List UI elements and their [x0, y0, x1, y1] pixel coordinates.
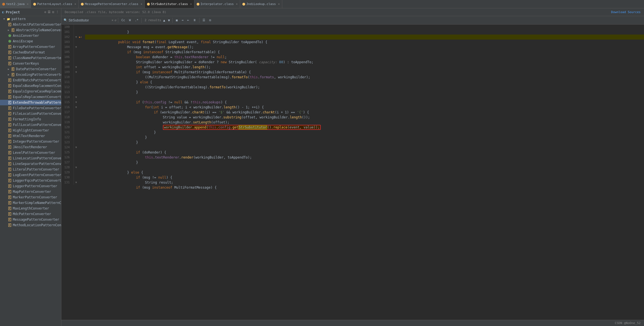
search-bar: 🔍 ✕ ↺ Cc W .* 2 results ▲ ▼ ▣ ⇥ ⇤ ⏸ ☰ ⊟: [61, 16, 644, 25]
tab-close-strsubstitutor[interactable]: ×: [190, 3, 192, 6]
tab-close-test2java[interactable]: ×: [27, 3, 28, 6]
code-line-101: [85, 30, 644, 35]
class-icon4: C: [8, 50, 12, 54]
code-lines: } public void format(final LogEvent even…: [83, 25, 644, 185]
search-all-in-file-button[interactable]: ▣: [174, 18, 179, 23]
tab-strsubstitutor[interactable]: StrSubstitutor.class ×: [145, 0, 194, 8]
class-icon3: C: [8, 45, 12, 49]
class-icon15: C: [8, 112, 12, 116]
sidebar-item-loggerfqcn[interactable]: C LoggerFqcnPatternConverter: [0, 178, 61, 183]
sidebar-item-abstractstylenameconverter[interactable]: ▶ C AbstractStyleNameConverter: [0, 27, 61, 33]
sidebar-settings-icon[interactable]: ⚙: [44, 10, 46, 14]
sidebar-item-arraypatternconverter[interactable]: C ArrayPatternConverter: [0, 44, 61, 50]
class-file-icon2: [81, 3, 84, 6]
status-text: CSDN @NoOne_52: [615, 321, 641, 325]
sidebar-item-equalsreplacement[interactable]: C EqualsReplacementConverter: [0, 94, 61, 100]
search-separator3: [172, 18, 173, 23]
sidebar-item-abstractpatternconverter[interactable]: C AbstractPatternConverter: [0, 22, 61, 27]
tab-interpolator[interactable]: Interpolator.class ×: [194, 0, 240, 8]
fold-gutter: ▼ ▼ ▼ ▼ ▼ ▼ ▼: [74, 25, 78, 185]
tab-close-interpolator[interactable]: ×: [236, 3, 238, 6]
search-cc-button[interactable]: Cc: [120, 18, 126, 23]
search-list-button[interactable]: ☰: [201, 18, 207, 23]
sidebar-item-htmltextrenderer[interactable]: C HtmlTextRenderer: [0, 133, 61, 139]
sidebar-gear-icon[interactable]: ⋮: [56, 10, 59, 14]
search-collapse-button[interactable]: ⇤: [186, 18, 191, 23]
folder-chevron: ▼: [3, 18, 5, 20]
class-icon: C: [8, 23, 12, 26]
class-icon5: C: [8, 56, 12, 60]
sidebar-item-filedatepattern[interactable]: C FileDatePatternConverter: [0, 105, 61, 111]
class-icon27: C: [8, 179, 12, 183]
sidebar-item-markerpattern[interactable]: C MarkerPatternConverter: [0, 194, 61, 200]
search-results-count: 2 results: [144, 18, 161, 22]
download-sources-link[interactable]: Download Sources: [611, 10, 641, 14]
folder-chevron2: ▶: [8, 29, 9, 31]
search-prev-button[interactable]: ▲: [162, 18, 166, 23]
java-file-icon: [2, 3, 5, 6]
tab-messagepatterncoverter[interactable]: MessagePatternConverter.class ×: [79, 0, 145, 8]
tab-close-jndilookup[interactable]: ×: [278, 3, 280, 6]
sidebar-item-mdcpattern[interactable]: C MdcPatternConverter: [0, 211, 61, 217]
code-container: 100 101 102 103 104 105 106 107 108 109 …: [61, 25, 644, 185]
sidebar-item-encodingpatternconverter[interactable]: ▶ C EncodingPatternConverter: [0, 72, 61, 77]
sidebar-item-methodlocation[interactable]: C MethodLocationPatternConvert...: [0, 222, 61, 228]
sidebar-item-literal[interactable]: C LiteralPatternConverter: [0, 167, 61, 172]
search-refresh-button[interactable]: ↺: [115, 18, 117, 22]
sidebar-item-highlight[interactable]: C HighlightConverter: [0, 128, 61, 133]
search-filter-button[interactable]: ⊟: [208, 18, 213, 23]
search-next-button[interactable]: ▼: [167, 18, 171, 23]
sidebar-item-lineseparator[interactable]: C LineSeparatorPatternConverter: [0, 161, 61, 167]
tab-patternlayout[interactable]: PatternLayout.class ×: [31, 0, 79, 8]
tab-close-messagepattern[interactable]: ×: [141, 3, 142, 6]
sidebar-item-messagepatternconverter[interactable]: C MessagePatternConverter: [0, 217, 61, 222]
notice-bar: Decompiled .class file, bytecode version…: [61, 8, 644, 16]
sidebar-layout2-icon[interactable]: ⊟: [52, 10, 54, 14]
tab-close-patternlayout[interactable]: ×: [74, 3, 76, 6]
code-line-128: } else {: [85, 165, 644, 170]
search-clear-button[interactable]: ✕: [112, 18, 114, 22]
sidebar-item-integerpattern[interactable]: C IntegerPatternConverter: [0, 139, 61, 144]
tab-jndilookup[interactable]: JndiLookup.class ×: [240, 0, 282, 8]
sidebar-item-classnamepatternconverter[interactable]: C ClassNamePatternConverter: [0, 55, 61, 61]
sidebar-item-cacheddateformat[interactable]: C CachedDateFormat: [0, 50, 61, 55]
sidebar-item-logevent[interactable]: C LogEventPatternConverter: [0, 172, 61, 178]
sidebar-item-markersimple[interactable]: C MarkerSimpleNamePatternCon...: [0, 200, 61, 206]
sidebar-item-pattern-folder[interactable]: ▼ 📁 pattern: [0, 16, 61, 22]
sidebar-item-loggerpattern[interactable]: C LoggerPatternConverter: [0, 183, 61, 189]
sidebar-item-ansiescape[interactable]: AnsiEscape: [0, 38, 61, 44]
class-icon25: C: [8, 167, 12, 171]
sidebar-item-datepatternconverter[interactable]: ▶ C DatePatternConverter: [0, 66, 61, 72]
sidebar-item-maxlength[interactable]: C MaxLengthConverter: [0, 206, 61, 211]
sidebar-item-levelpattern[interactable]: C LevelPatternConverter: [0, 150, 61, 155]
sidebar-item-mappattern[interactable]: C MapPatternConverter: [0, 189, 61, 194]
code-line-123: [85, 140, 644, 145]
sidebar-item-fulllocation[interactable]: C FullLocationPatternConverter: [0, 122, 61, 128]
sidebar-item-converterkeys[interactable]: C ConverterKeys: [0, 61, 61, 66]
search-expand-button[interactable]: ⇥: [180, 18, 185, 23]
search-separator2: [141, 18, 142, 23]
sidebar-item-equalsignorecase[interactable]: C EqualsIgnoreCaseReplacementC...: [0, 89, 61, 94]
sidebar-item-jansi[interactable]: C JAnsiTextRenderer: [0, 144, 61, 150]
class-icon16: C: [8, 117, 12, 121]
class-icon13: C: [8, 101, 12, 104]
class-icon7: C: [11, 67, 15, 71]
decompiled-notice: Decompiled .class file, bytecode version…: [65, 10, 166, 14]
tab-test2java[interactable]: test2.java ×: [0, 0, 31, 8]
sidebar-item-endofbatchpatternconverter[interactable]: C EndOfBatchPatternConverter: [0, 77, 61, 83]
search-w-button[interactable]: W: [128, 18, 132, 23]
sidebar-item-filelocation[interactable]: C FileLocationPatternConverter: [0, 111, 61, 116]
class-file-icon5: [242, 3, 245, 6]
class-icon8: C: [11, 73, 15, 77]
search-pause-button[interactable]: ⏸: [192, 18, 197, 23]
search-regex-button[interactable]: .*: [133, 18, 140, 23]
sidebar-item-linelocation[interactable]: C LineLocationPatternConverter: [0, 155, 61, 161]
sidebar-item-extendedthrowable[interactable]: C ExtendedThrowablePatternConverter: [0, 100, 61, 105]
search-input[interactable]: [69, 18, 110, 22]
content-area: Decompiled .class file, bytecode version…: [61, 8, 644, 326]
editor[interactable]: 100 101 102 103 104 105 106 107 108 109 …: [61, 25, 644, 320]
sidebar-layout-icon[interactable]: ☰: [48, 10, 50, 14]
sidebar-item-formattinginfo[interactable]: C FormattingInfo: [0, 116, 61, 122]
sidebar-item-ansiconverter[interactable]: AnsiConverter: [0, 33, 61, 38]
sidebar-item-equalsbase[interactable]: C EqualsBaseReplacementConver...: [0, 83, 61, 89]
